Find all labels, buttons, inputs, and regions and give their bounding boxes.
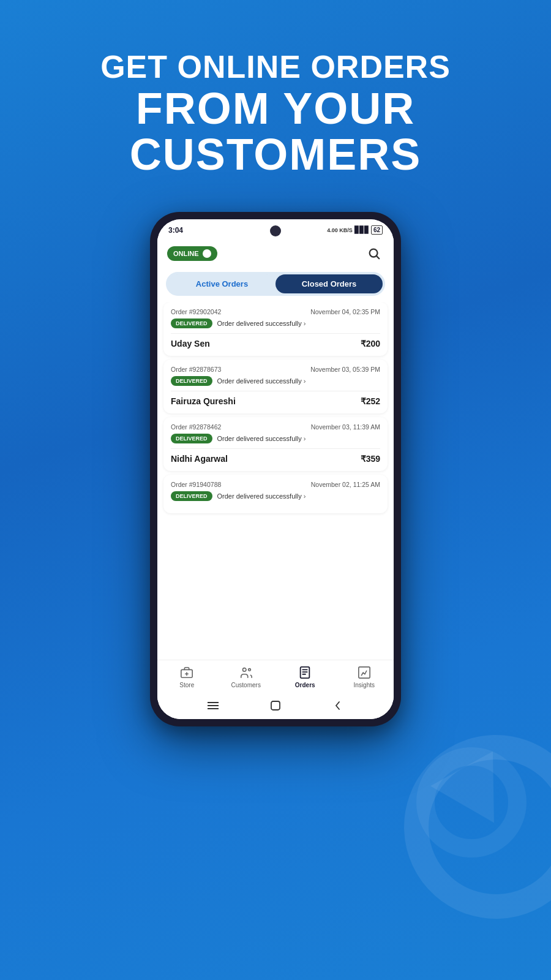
order-top-row-3: Order #92878462 November 03, 11:39 AM [171, 423, 380, 431]
orders-list: Order #92902042 November 04, 02:35 PM DE… [157, 302, 394, 660]
order-date-4: November 02, 11:25 AM [311, 481, 380, 488]
bottom-nav: Store Customers [157, 660, 394, 695]
customers-label: Customers [231, 682, 261, 688]
order-id-3: Order #92878462 [171, 423, 221, 431]
order-date-2: November 03, 05:39 PM [310, 366, 380, 373]
hero-section: GET ONLINE ORDERS FROM YOUR CUSTOMERS [64, 49, 487, 178]
order-amount-2: ₹252 [361, 396, 380, 406]
phone-notch [270, 225, 281, 236]
order-card-4[interactable]: Order #91940788 November 02, 11:25 AM DE… [163, 475, 388, 513]
insights-label: Insights [354, 682, 375, 688]
back-icon [332, 699, 344, 712]
home-icon [269, 699, 282, 712]
order-status-text-2: Order delivered successfully › [217, 377, 306, 385]
tab-closed-orders[interactable]: Closed Orders [276, 274, 383, 293]
svg-point-6 [248, 669, 250, 671]
order-card-2[interactable]: Order #92878673 November 03, 05:39 PM DE… [163, 360, 388, 413]
order-bottom-row-2: Fairuza Qureshi ₹252 [171, 396, 380, 406]
customer-name-2: Fairuza Qureshi [171, 396, 236, 406]
svg-rect-15 [271, 701, 280, 710]
order-top-row-1: Order #92902042 November 04, 02:35 PM [171, 308, 380, 315]
svg-line-1 [377, 256, 379, 258]
order-bottom-row-3: Nidhi Agarwal ₹359 [171, 454, 380, 464]
order-top-row-2: Order #92878673 November 03, 05:39 PM [171, 366, 380, 373]
customer-name-3: Nidhi Agarwal [171, 454, 228, 464]
order-status-text-1: Order delivered successfully › [217, 320, 306, 327]
phone-mockup: 3:04 4.00 KB/S ▊▊▊ 62 ONLINE [150, 212, 401, 726]
order-card-1[interactable]: Order #92902042 November 04, 02:35 PM DE… [163, 302, 388, 356]
order-amount-3: ₹359 [361, 454, 380, 464]
status-icons: 4.00 KB/S ▊▊▊ 62 [327, 225, 383, 235]
status-time: 3:04 [168, 226, 183, 235]
phone-body: 3:04 4.00 KB/S ▊▊▊ 62 ONLINE [150, 212, 401, 726]
svg-rect-11 [359, 667, 370, 678]
menu-icon [207, 699, 219, 712]
divider-2 [171, 391, 380, 391]
order-status-text-4: Order delivered successfully › [217, 492, 306, 500]
nav-orders[interactable]: Orders [276, 665, 335, 688]
delivered-badge-2: DELIVERED [171, 376, 212, 386]
nav-store[interactable]: Store [157, 665, 217, 688]
order-status-row-3: DELIVERED Order delivered successfully › [171, 434, 380, 443]
order-bottom-row-1: Uday Sen ₹200 [171, 339, 380, 349]
search-button[interactable] [364, 244, 384, 263]
divider-3 [171, 448, 380, 449]
delivered-badge-4: DELIVERED [171, 491, 212, 501]
app-content: ONLINE Active Orders [157, 239, 394, 719]
hero-line3: CUSTOMERS [100, 132, 451, 178]
phone-nav-bar [157, 695, 394, 719]
order-amount-1: ₹200 [361, 339, 380, 349]
order-id-1: Order #92902042 [171, 308, 221, 315]
order-status-text-3: Order delivered successfully › [217, 435, 306, 442]
order-top-row-4: Order #91940788 November 02, 11:25 AM [171, 481, 380, 488]
toggle-dot [203, 249, 211, 258]
orders-label: Orders [295, 682, 315, 688]
customers-icon [239, 665, 253, 680]
store-label: Store [179, 682, 194, 688]
customer-name-1: Uday Sen [171, 339, 210, 349]
nav-insights[interactable]: Insights [335, 665, 394, 688]
network-bars: ▊▊▊ [354, 226, 369, 234]
order-id-2: Order #92878673 [171, 366, 221, 373]
insights-icon [357, 665, 372, 680]
order-date-3: November 03, 11:39 AM [311, 423, 380, 431]
svg-point-5 [242, 668, 246, 672]
network-info: 4.00 KB/S [327, 227, 353, 233]
online-badge[interactable]: ONLINE [167, 246, 217, 261]
nav-customers[interactable]: Customers [217, 665, 276, 688]
order-status-row-1: DELIVERED Order delivered successfully › [171, 318, 380, 328]
order-status-row-2: DELIVERED Order delivered successfully › [171, 376, 380, 386]
tabs-row: Active Orders Closed Orders [166, 272, 385, 296]
tab-active-orders[interactable]: Active Orders [168, 274, 276, 293]
delivered-badge-1: DELIVERED [171, 318, 212, 328]
app-header: ONLINE [157, 239, 394, 270]
store-icon [179, 665, 194, 680]
online-label: ONLINE [173, 250, 199, 257]
divider-1 [171, 333, 380, 334]
order-id-4: Order #91940788 [171, 481, 221, 488]
hero-line2: FROM YOUR [100, 86, 451, 132]
order-date-1: November 04, 02:35 PM [310, 308, 380, 315]
delivered-badge-3: DELIVERED [171, 434, 212, 443]
orders-icon [298, 665, 312, 680]
order-card-3[interactable]: Order #92878462 November 03, 11:39 AM DE… [163, 417, 388, 471]
battery-icon: 62 [371, 225, 383, 235]
order-status-row-4: DELIVERED Order delivered successfully › [171, 491, 380, 501]
phone-screen: 3:04 4.00 KB/S ▊▊▊ 62 ONLINE [157, 219, 394, 719]
hero-line1: GET ONLINE ORDERS [100, 49, 451, 86]
